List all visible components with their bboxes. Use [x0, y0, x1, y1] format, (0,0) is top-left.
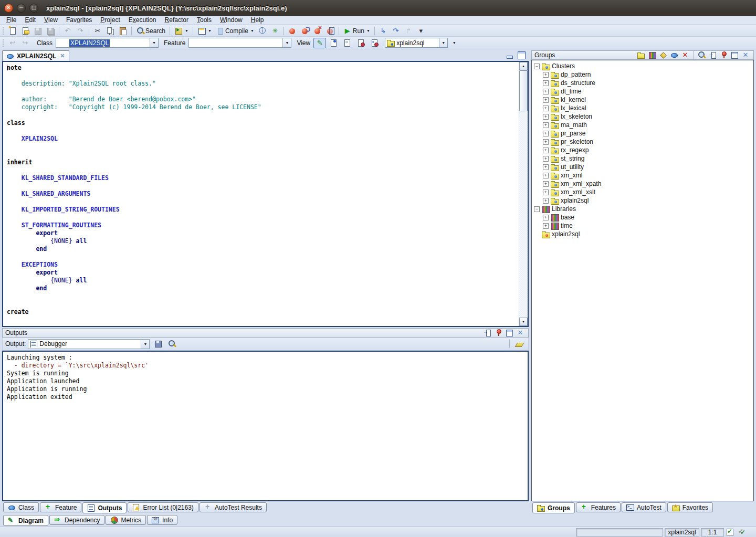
maximize-panel-button[interactable] [504, 329, 514, 337]
tree-item-ut_utility[interactable]: +ut_utility [532, 163, 753, 171]
external-commands-button[interactable]: ▼ [172, 26, 191, 36]
dock-panel-button[interactable] [707, 51, 718, 59]
expand-toggle-icon[interactable]: + [543, 97, 549, 103]
menu-tools[interactable]: Tools [193, 16, 216, 24]
copy-button[interactable] [104, 26, 117, 36]
step-over-button[interactable]: ↷ [390, 26, 402, 36]
tree-item-st_string[interactable]: +st_string [532, 154, 753, 163]
remove-item-button[interactable]: ✕ [680, 51, 690, 59]
groups-tree[interactable]: −Clusters+dp_pattern+ds_structure+dt_tim… [531, 60, 754, 501]
interface-view-button[interactable] [368, 38, 381, 48]
tree-item-Libraries[interactable]: −Libraries [532, 205, 753, 213]
tab-error-list[interactable]: Error List (0|2163) [128, 502, 198, 512]
feature-combobox[interactable]: ▼ [188, 38, 291, 48]
paste-button[interactable] [117, 26, 129, 36]
tab-info[interactable]: Info [147, 515, 177, 525]
tree-item-Clusters[interactable]: −Clusters [532, 62, 753, 70]
tree-item-xm_xml[interactable]: +xm_xml [532, 171, 753, 180]
pin-panel-button[interactable] [493, 329, 503, 337]
tree-item-lx_skeleton[interactable]: +lx_skeleton [532, 112, 753, 121]
tab-autotest[interactable]: AutoTest [622, 502, 666, 512]
output-console[interactable]: Launching system : - directory = `Y:\src… [2, 351, 529, 501]
clear-output-button[interactable] [513, 339, 526, 349]
tab-autotest-results[interactable]: AutoTest Results [200, 502, 267, 512]
expand-toggle-icon[interactable]: + [543, 148, 549, 153]
toolbar-overflow-icon[interactable]: ▾ [453, 40, 455, 45]
finalize-button[interactable] [311, 26, 324, 36]
collapse-toggle-icon[interactable]: − [534, 206, 540, 212]
scrollbar-thumb[interactable] [519, 70, 528, 111]
tree-item-pr_parse[interactable]: +pr_parse [532, 129, 753, 138]
menu-window[interactable]: Window [216, 16, 247, 24]
freeze-button[interactable] [299, 26, 311, 36]
class-combobox[interactable]: XPLAIN2SQL ▼ [56, 38, 159, 48]
tree-item-lx_lexical[interactable]: +lx_lexical [532, 104, 753, 112]
new-window-button[interactable]: ▼ [195, 26, 214, 36]
search-output-button[interactable] [165, 339, 178, 349]
output-type-combobox[interactable]: Debugger ▼ [28, 339, 150, 349]
tree-item-dt_time[interactable]: +dt_time [532, 87, 753, 96]
add-cluster-button[interactable] [636, 51, 646, 59]
expand-toggle-icon[interactable]: + [543, 164, 549, 170]
dock-panel-button[interactable] [482, 329, 492, 337]
flat-view-button[interactable] [341, 38, 353, 48]
expand-toggle-icon[interactable]: + [543, 198, 549, 204]
chevron-down-icon[interactable]: ▼ [150, 38, 158, 47]
scroll-down-icon[interactable]: ▼ [519, 318, 528, 326]
menu-view[interactable]: View [40, 16, 62, 24]
tab-dependency[interactable]: Dependency [49, 515, 104, 525]
tree-item-rx_regexp[interactable]: +rx_regexp [532, 146, 753, 154]
chevron-down-icon[interactable]: ▼ [439, 38, 447, 47]
collapse-toggle-icon[interactable]: − [534, 64, 540, 69]
close-panel-button[interactable]: ✕ [515, 329, 526, 337]
precompile-button[interactable] [324, 26, 337, 36]
window-maximize-button[interactable]: ▢ [29, 4, 38, 13]
close-panel-button[interactable]: ✕ [740, 51, 751, 59]
cut-button[interactable]: ✂ [91, 26, 104, 36]
menu-project[interactable]: Project [96, 16, 124, 24]
tree-item-xm_xml_xslt[interactable]: +xm_xml_xslt [532, 188, 753, 196]
expand-toggle-icon[interactable]: + [543, 181, 549, 187]
expand-toggle-icon[interactable]: + [543, 156, 549, 162]
tab-feature[interactable]: Feature [40, 502, 81, 512]
expand-toggle-icon[interactable]: + [543, 122, 549, 128]
tree-item-xplain2sql[interactable]: +xplain2sql [532, 196, 753, 205]
check-code-button[interactable]: ✳ [269, 26, 281, 36]
close-tab-icon[interactable]: ✕ [60, 52, 65, 59]
clickable-view-button[interactable] [327, 38, 340, 48]
scroll-up-icon[interactable]: ▲ [519, 62, 528, 70]
basic-text-view-button[interactable]: ✎ [313, 38, 326, 48]
menu-refactor[interactable]: Refactor [161, 16, 193, 24]
expand-toggle-icon[interactable]: + [543, 173, 549, 178]
open-document-button[interactable] [19, 26, 32, 36]
expand-toggle-icon[interactable]: + [543, 89, 549, 94]
window-minimize-button[interactable]: ─ [17, 4, 26, 13]
chevron-down-icon[interactable]: ▼ [141, 340, 149, 349]
run-button[interactable]: ▶Run▼ [341, 26, 372, 36]
tree-item-xm_xml_xpath[interactable]: +xm_xml_xpath [532, 180, 753, 188]
editor-tab-xplain2sql[interactable]: XPLAIN2SQL ✕ [2, 50, 69, 61]
tab-groups[interactable]: Groups [532, 502, 575, 513]
add-subcluster-button[interactable] [658, 51, 668, 59]
expand-toggle-icon[interactable]: + [543, 139, 549, 145]
tree-item-ds_structure[interactable]: +ds_structure [532, 79, 753, 87]
maximize-pane-icon[interactable] [517, 51, 526, 59]
pin-panel-button[interactable] [718, 51, 729, 59]
code-editor[interactable]: note description: "Xplain2SQL root class… [3, 62, 519, 326]
expand-toggle-icon[interactable]: + [543, 223, 549, 229]
menu-help[interactable]: Help [247, 16, 268, 24]
search-button[interactable]: Search [134, 26, 167, 36]
expand-toggle-icon[interactable]: + [543, 72, 549, 78]
tree-item-ma_math[interactable]: +ma_math [532, 121, 753, 129]
expand-toggle-icon[interactable]: + [543, 80, 549, 86]
tab-favorites[interactable]: Favorites [667, 502, 713, 512]
tab-metrics[interactable]: Metrics [106, 515, 146, 525]
save-output-button[interactable] [152, 339, 164, 349]
tree-item-pr_skeleton[interactable]: +pr_skeleton [532, 138, 753, 146]
new-document-button[interactable] [6, 26, 19, 36]
scrollbar-track[interactable] [519, 70, 528, 318]
search-panel-button[interactable] [696, 51, 707, 59]
tab-diagram[interactable]: Diagram [3, 515, 48, 526]
editor-scrollbar[interactable]: ▲ ▼ [519, 62, 528, 326]
tab-outputs[interactable]: Outputs [82, 502, 127, 513]
